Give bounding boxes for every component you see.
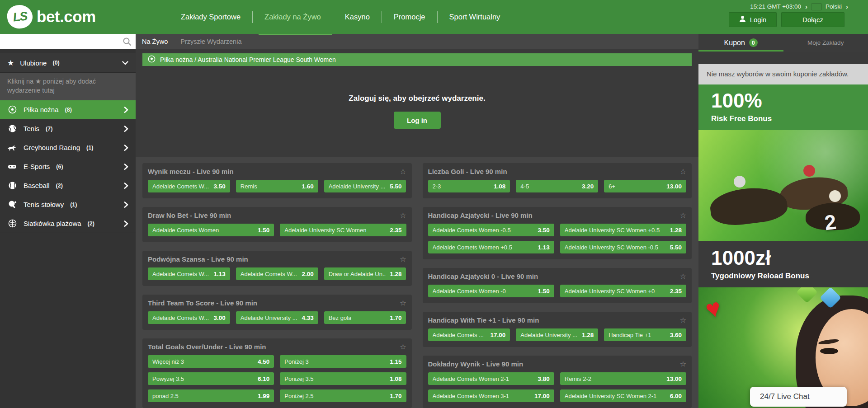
coupon-tab-label: Kupon — [724, 39, 745, 47]
market-title: Wynik meczu - Live 90 min — [148, 168, 234, 175]
odds-button[interactable]: Więcej niż 3 4.50 — [148, 355, 274, 368]
odds-button[interactable]: Adelaide University SC Women 2-1 6.00 — [560, 389, 686, 402]
odds-button[interactable]: Powyżej 3.5 6.10 — [148, 372, 274, 385]
tab-coupon[interactable]: Kupon 0 — [698, 34, 783, 52]
selection-odds: 6.00 — [670, 393, 682, 399]
favorite-star-icon[interactable] — [680, 273, 686, 280]
selection-odds: 1.28 — [670, 227, 682, 234]
favorite-star-icon[interactable] — [680, 212, 686, 219]
sidebar-item-count: (2) — [56, 183, 63, 189]
odds-button[interactable]: Adelaide Comets W... 2.00 — [236, 267, 318, 280]
tab-live[interactable]: Na Żywo — [142, 38, 168, 45]
search-icon[interactable] — [123, 37, 132, 48]
search-input[interactable] — [0, 34, 136, 49]
nav-promotions[interactable]: Promocje — [394, 13, 425, 21]
chevron-right-icon — [124, 183, 128, 189]
live-chat-button[interactable]: 24/7 Live Chat — [750, 387, 847, 407]
odds-button[interactable]: Adelaide University SC Women +0.5 1.28 — [560, 224, 686, 236]
selection-odds: 5.50 — [390, 183, 401, 190]
odds-button[interactable]: Adelaide University SC Women +0 2.35 — [560, 285, 686, 297]
odds-button[interactable]: Adelaide Comets Women 2-1 3.80 — [428, 372, 554, 385]
site-logo[interactable]: LS bet.com — [7, 5, 96, 28]
favorites-count: (0) — [52, 60, 59, 66]
odds-button[interactable]: Remis 1.60 — [236, 180, 318, 192]
odds-button[interactable]: Adelaide Comets W... 1.13 — [148, 267, 230, 280]
selection-label: Remis 2-2 — [565, 375, 591, 382]
odds-button[interactable]: Adelaide Comets W... 3.50 — [148, 180, 230, 192]
sidebar-item-esports[interactable]: E-Sports (6) — [0, 157, 136, 176]
odds-button[interactable]: Adelaide University SC Women -0.5 5.50 — [560, 241, 686, 253]
login-button-label: Login — [750, 16, 767, 23]
sidebar-item-tennis[interactable]: Tenis (7) — [0, 119, 136, 138]
odds-button[interactable]: Draw or Adelaide Un... 1.28 — [324, 267, 406, 280]
time-display[interactable]: 15:21 GMT +03:00 — [750, 3, 801, 10]
join-button[interactable]: Dołącz — [781, 12, 844, 27]
sidebar-item-baseball[interactable]: Baseball (2) — [0, 176, 136, 195]
sidebar-item-label: Baseball — [24, 182, 50, 189]
markets-column-left: Wynik meczu - Live 90 min Adelaide Comet… — [142, 163, 412, 408]
favorite-star-icon[interactable] — [680, 317, 686, 324]
odds-button[interactable]: Handicap Tie +1 3.60 — [604, 328, 686, 341]
favorite-star-icon[interactable] — [400, 168, 406, 175]
sidebar-item-table-tennis[interactable]: Tenis stołowy (1) — [0, 195, 136, 214]
favorite-star-icon[interactable] — [400, 256, 406, 263]
nav-casino[interactable]: Kasyno — [345, 13, 370, 21]
sidebar-item-greyhound-racing[interactable]: Greyhound Racing (1) — [0, 138, 136, 157]
odds-button[interactable]: Adelaide University ... 5.50 — [324, 180, 406, 192]
log-in-button[interactable]: Log in — [394, 112, 441, 129]
favorite-star-icon[interactable] — [400, 212, 406, 219]
favorite-star-icon[interactable] — [680, 168, 686, 175]
odds-button[interactable]: Adelaide University ... 1.28 — [516, 328, 598, 341]
odds-button[interactable]: Adelaide Comets W... 3.00 — [148, 311, 230, 324]
language-selector[interactable]: Polski — [826, 3, 842, 10]
odds-button[interactable]: Adelaide Comets Women -0 1.50 — [428, 285, 554, 297]
nav-virtual-sports[interactable]: Sport Wirtualny — [449, 13, 500, 21]
odds-button[interactable]: ponad 2.5 1.99 — [148, 389, 274, 402]
favorite-star-icon[interactable] — [400, 300, 406, 307]
odds-button[interactable]: Poniżej 3 1.15 — [280, 355, 406, 368]
odds-button[interactable]: Adelaide University ... 4.33 — [236, 311, 318, 324]
odds-button[interactable]: Adelaide Comets Women 3-1 17.00 — [428, 389, 554, 402]
odds-button[interactable]: Adelaide University SC Women 2.35 — [280, 224, 406, 236]
nav-sports-betting[interactable]: Zakłady Sportowe — [181, 13, 241, 21]
odds-button[interactable]: 4-5 3.20 — [516, 180, 598, 192]
sidebar-item-football[interactable]: Piłka nożna (8) — [0, 100, 136, 119]
odds-button[interactable]: 2-3 1.08 — [428, 180, 510, 192]
selection-odds: 5.50 — [670, 244, 682, 251]
odds-button[interactable]: Adelaide Comets Women +0.5 1.13 — [428, 241, 554, 253]
favorite-star-icon[interactable] — [680, 361, 686, 368]
nav-live-betting[interactable]: Zakłady na Żywo — [264, 13, 321, 21]
login-button[interactable]: Login — [729, 12, 777, 27]
odds-button[interactable]: Bez gola 1.70 — [324, 311, 406, 324]
sidebar-item-count: (6) — [56, 164, 63, 170]
selection-label: Adelaide University ... — [241, 314, 297, 321]
sidebar-item-beach-volleyball[interactable]: Siatkówka plażowa (2) — [0, 214, 136, 233]
horse-racing-promo-image[interactable]: 2 — [698, 130, 868, 241]
selection-label: Adelaide Comets W... — [241, 271, 297, 277]
risk-free-bonus-banner[interactable]: 100% Risk Free Bonus — [698, 84, 868, 130]
favorite-star-icon[interactable] — [400, 343, 406, 351]
odds-button[interactable]: 6+ 13.00 — [604, 180, 686, 192]
reload-bonus-banner[interactable]: 1000zł Tygodniowy Reload Bonus — [698, 241, 868, 287]
selection-label: Adelaide University SC Women +0 — [565, 288, 655, 295]
bonus-name: Tygodniowy Reload Bonus — [711, 272, 863, 281]
odds-button[interactable]: Adelaide Comets Women 1.50 — [148, 224, 274, 236]
gem-icon — [796, 287, 818, 303]
chevron-right-icon — [124, 126, 128, 132]
odds-button[interactable]: Adelaide Comets Women -0.5 3.50 — [428, 224, 554, 236]
sidebar-item-label: E-Sports — [24, 163, 50, 170]
favorites-header[interactable]: Ulubione (0) — [0, 53, 136, 73]
selection-odds: 2.00 — [302, 271, 313, 277]
odds-button[interactable]: Adelaide Comets ... 17.00 — [428, 328, 510, 341]
odds-button[interactable]: Poniżej 2.5 1.70 — [280, 389, 406, 402]
header-utility-row: 15:21 GMT +03:00 Polski — [750, 3, 848, 10]
chevron-right-icon — [124, 107, 128, 113]
tab-upcoming-events[interactable]: Przyszłe Wydarzenia — [180, 38, 241, 45]
odds-button[interactable]: Remis 2-2 13.00 — [560, 372, 686, 385]
tab-my-bets[interactable]: Moje Zakłady — [783, 34, 868, 52]
odds-button[interactable]: Poniżej 3.5 1.08 — [280, 372, 406, 385]
greyhound-icon — [7, 144, 17, 151]
market-title: Draw No Bet - Live 90 min — [148, 211, 231, 219]
markets-area: Wynik meczu - Live 90 min Adelaide Comet… — [136, 157, 698, 408]
league-breadcrumb[interactable]: Piłka nożna / Australia National Premier… — [142, 53, 692, 66]
